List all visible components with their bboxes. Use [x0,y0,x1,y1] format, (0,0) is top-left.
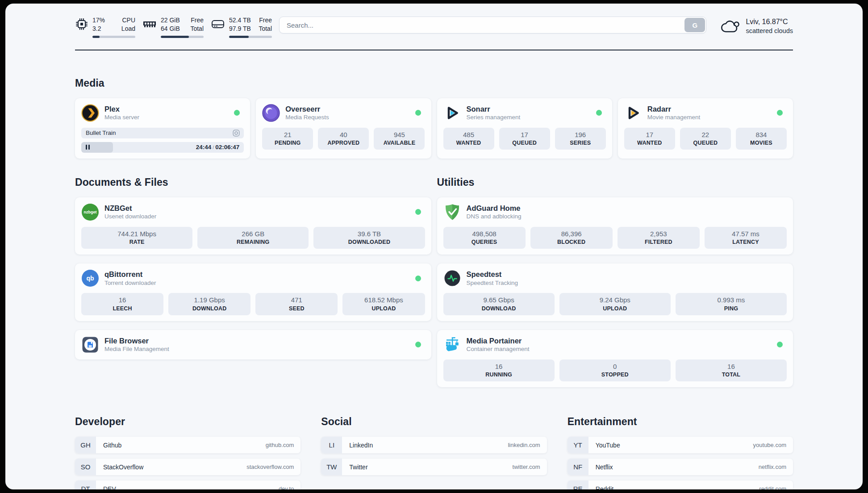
status-online-dot [415,209,421,215]
overseerr-card: OverseerrMedia Requests21PENDING40APPROV… [256,98,431,159]
section-documents-files: Documents & Files nzbgetNZBGetUsenet dow… [75,176,431,388]
stats-row: 21PENDING40APPROVED945AVAILABLE [262,128,425,150]
dashboard-page: 17%CPU3.2Load22 GiBFree64 GiBTotal52.4 T… [5,4,863,489]
stat-label: TOTAL [676,371,787,378]
bookmark-twitter[interactable]: TWTwittertwitter.com [321,459,547,475]
pause-button[interactable] [81,142,90,153]
bookmark-sections: DeveloperGHGithubgithub.comSOStackOverfl… [75,416,793,489]
service-description: Torrent downloader [104,279,156,287]
service-description: Speedtest Tracking [467,279,518,287]
bookmark-stackoverflow[interactable]: SOStackOverflowstackoverflow.com [75,459,300,475]
nzbget-card: nzbgetNZBGetUsenet downloader744.21 Mbps… [75,197,431,255]
bookmark-abbr: RE [568,480,588,489]
seek-bar[interactable]: 24:44/02:06:47 [81,142,244,153]
plex-icon [81,104,99,122]
bookmark-abbr: SO [75,459,96,475]
radarr-service-link[interactable]: RadarrMovie management [624,104,701,122]
stat-value: 485 [443,130,494,139]
stat-queued: 17QUEUED [499,128,550,150]
bookmark-url: reddit.com [759,485,793,489]
stat-rate: 744.21 MbpsRATE [81,227,192,249]
system-widget-memory: 22 GiBFree64 GiBTotal [142,16,204,38]
qbittorrent-service-link[interactable]: qbqBittorrentTorrent downloader [81,269,156,287]
stat-movies: 834MOVIES [736,128,787,150]
portainer-service-link[interactable]: Media PortainerContainer management [443,336,530,354]
bookmark-github[interactable]: GHGithubgithub.com [75,437,300,453]
stat-blocked: 86,396BLOCKED [530,227,613,249]
system-widget-value: 17% [92,16,105,25]
stat-label: WANTED [624,139,675,146]
bookmark-name: DEV [103,485,116,489]
stats-row: 16LEECH1.19 GbpsDOWNLOAD471SEED618.52 Mb… [81,293,425,315]
bookmark-linkedin[interactable]: LILinkedInlinkedin.com [321,437,547,453]
bookmark-dev[interactable]: DTDEVdev.to [75,480,300,489]
bookmark-url: netflix.com [759,464,793,470]
service-description: Container management [467,345,530,353]
plex-service-link[interactable]: PlexMedia server [81,104,139,122]
search-provider-button[interactable]: G [684,18,705,32]
service-description: Usenet downloader [104,213,156,221]
radarr-icon [624,104,642,122]
disk-icon [211,17,225,31]
service-titles: PlexMedia server [104,104,139,121]
stat-approved: 40APPROVED [318,128,369,150]
system-widget-row: 97.9 TBTotal [229,25,272,33]
bookmark-netflix[interactable]: NFNetflixnetflix.com [568,459,793,475]
stat-download: 1.19 GbpsDOWNLOAD [168,293,250,315]
stats-row: 485WANTED17QUEUED196SERIES [443,128,606,150]
stat-value: 196 [555,130,606,139]
stat-queries: 498,508QUERIES [443,227,526,249]
adguard-service-link[interactable]: AdGuard HomeDNS and adblocking [443,203,522,221]
time-separator: / [213,145,214,150]
sonarr-service-link[interactable]: SonarrSeries management [443,104,521,122]
stat-value: 498,508 [443,230,526,238]
nzbget-service-link[interactable]: nzbgetNZBGetUsenet downloader [81,203,156,221]
stat-seed: 471SEED [255,293,338,315]
stat-value: 266 GB [197,230,309,238]
speedtest-service-link[interactable]: SpeedtestSpeedtest Tracking [443,269,518,287]
stat-label: SEED [255,305,338,312]
filebrowser-service-link[interactable]: File BrowserMedia File Management [81,336,169,354]
card-header: qbqBittorrentTorrent downloader [81,269,425,287]
overseerr-service-link[interactable]: OverseerrMedia Requests [262,104,329,122]
service-name: qBittorrent [104,270,156,279]
system-widget-progressbar [92,36,135,38]
stat-upload: 9.24 GbpsUPLOAD [559,293,671,315]
progress-fill [92,36,100,38]
elapsed-time: 24:44 [196,144,212,150]
memory-icon [142,17,157,31]
service-description: Media Requests [285,113,329,121]
documents-card-stack: nzbgetNZBGetUsenet downloader744.21 Mbps… [75,197,431,359]
bookmark-url: youtube.com [753,442,793,448]
bookmark-youtube[interactable]: YTYouTubeyoutube.com [568,437,793,453]
bookmark-abbr: DT [75,480,96,489]
stat-value: 9.65 Gbps [443,296,555,305]
search-input[interactable] [279,17,706,33]
system-widget-label: Free [191,16,204,25]
system-widget-progressbar [161,36,204,38]
system-widget-row: 17%CPU [92,16,135,25]
bookmark-url: stackoverflow.com [246,464,300,470]
stat-running: 16RUNNING [443,359,555,382]
stat-label: QUEUED [680,139,731,146]
bookmark-url: twitter.com [513,464,547,470]
bookmark-group-developer: DeveloperGHGithubgithub.comSOStackOverfl… [75,416,300,489]
bookmark-reddit[interactable]: RERedditreddit.com [568,480,793,489]
plex-card: PlexMedia serverBullet Train24:44/02:06:… [75,98,250,159]
stat-value: 40 [318,130,369,139]
now-playing-row: Bullet Train [81,128,244,138]
card-header: File BrowserMedia File Management [81,336,425,354]
stat-value: 86,396 [530,230,613,238]
portainer-icon [443,336,461,354]
section-title-documents-files: Documents & Files [75,176,431,188]
bookmark-abbr: YT [568,437,588,453]
bookmark-name: Github [103,442,121,449]
stat-value: 2,953 [618,230,700,238]
bookmark-group-title: Entertainment [568,416,793,428]
stat-label: STOPPED [559,371,671,378]
weather-text: Lviv, 16.87°C scattered clouds [746,17,793,35]
system-widget-label: Total [190,25,204,33]
stat-filtered: 2,953FILTERED [618,227,700,249]
service-description: DNS and adblocking [467,213,522,221]
total-duration: 02:06:47 [215,144,239,150]
